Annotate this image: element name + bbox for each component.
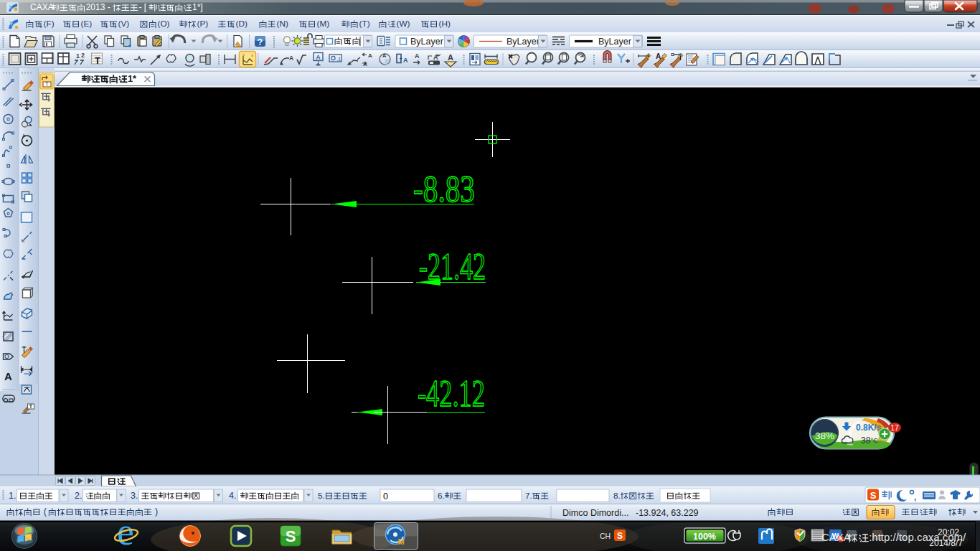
svg-text:1.: 1. [9,491,16,501]
svg-text:A: A [4,370,12,382]
svg-text:A: A [433,54,438,61]
svg-text:(D): (D) [236,19,248,29]
svg-text:0.8K/s: 0.8K/s [856,423,882,433]
svg-text:38: 38 [861,435,871,446]
svg-text:(O): (O) [158,19,170,29]
svg-text:A: A [316,54,321,61]
svg-text:S: S [286,527,296,545]
svg-text:1*: 1* [128,73,136,84]
svg-text:,: , [914,492,916,502]
svg-text:5.: 5. [318,491,325,501]
svg-text:CAXA: CAXA [821,531,851,543]
svg-text:A: A [415,52,420,60]
svg-text:A: A [368,52,372,59]
svg-text:1*]: 1*] [192,2,203,12]
svg-text:(M): (M) [317,19,330,29]
svg-text:(P): (P) [197,19,209,29]
svg-text::http://top.caxa.com/: :http://top.caxa.com/ [869,531,966,543]
svg-text:S: S [870,490,877,501]
svg-text:A: A [289,55,293,62]
svg-text:A: A [448,53,453,62]
svg-text:x: x [251,53,253,57]
svg-text:CAXA: CAXA [30,2,54,12]
svg-text:?: ? [258,37,263,47]
svg-text:(T): (T) [359,19,370,29]
svg-text:1: 1 [76,52,80,60]
svg-text:8.: 8. [613,491,621,501]
svg-text:2.: 2. [75,491,82,501]
svg-text:Dimco Dimordi...: Dimco Dimordi... [562,508,628,518]
svg-text:7.: 7. [525,491,532,501]
svg-text:- [: - [ [138,2,146,12]
svg-text:38%: 38% [815,430,834,441]
svg-text:-21.42: -21.42 [419,246,486,287]
svg-text:T: T [95,56,100,66]
svg-text:(H): (H) [439,19,451,29]
svg-text:T: T [46,82,49,87]
svg-text:S: S [617,531,623,541]
svg-text:100%: 100% [693,532,716,542]
svg-text:ByLayer: ByLayer [410,37,443,47]
svg-text:.1: .1 [336,56,341,62]
svg-text:17: 17 [890,423,899,432]
svg-text:CH: CH [600,532,611,540]
svg-text:0: 0 [383,491,388,501]
svg-text:2013 -: 2013 - [86,2,110,12]
svg-text:(V): (V) [118,19,130,29]
svg-text:(N): (N) [277,19,288,29]
svg-text:°C: °C [871,436,879,444]
svg-text:3.: 3. [131,491,138,501]
svg-text:6.: 6. [438,491,445,501]
svg-text:4.: 4. [229,491,236,501]
svg-text:A: A [403,57,408,64]
svg-text:-8.83: -8.83 [413,169,475,209]
svg-text:A: A [656,52,661,60]
svg-text:T: T [29,404,33,409]
svg-text:(F): (F) [44,19,55,29]
svg-text:A: A [382,52,387,59]
svg-text:): ) [155,507,158,517]
svg-text:-42.12: -42.12 [418,373,485,414]
svg-text:ByLayer: ByLayer [598,37,631,47]
svg-text:(E): (E) [81,19,93,29]
svg-text:x: x [242,52,245,57]
svg-text:M: M [397,537,404,546]
svg-text:(W): (W) [397,19,410,29]
svg-text:-13.924, 63.229: -13.924, 63.229 [636,508,699,518]
svg-text:ByLayer: ByLayer [507,37,540,47]
svg-text:2: 2 [81,52,85,59]
